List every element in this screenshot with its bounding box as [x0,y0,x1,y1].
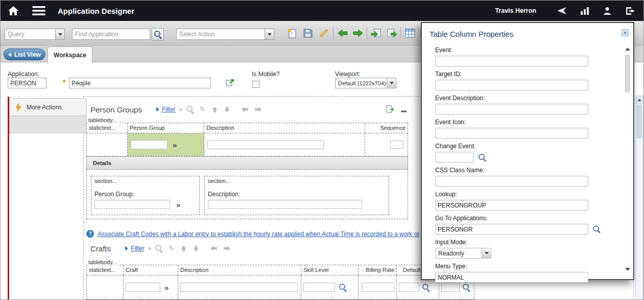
description-cell[interactable] [204,133,365,156]
lookup-icon[interactable] [593,225,601,234]
skill-level-cell[interactable] [301,275,359,299]
scrollbar-thumb[interactable] [625,55,630,93]
dialog-scrollbar[interactable] [624,48,631,271]
event-description-input[interactable] [435,104,588,114]
scrollbar-thumb[interactable] [637,105,642,138]
person-group-detail-input[interactable] [94,200,170,209]
send-button[interactable] [557,7,567,15]
input-mode-select[interactable]: Readonly [435,248,491,259]
billing-rate-cell[interactable] [359,275,397,299]
billing-rate-input[interactable] [362,283,394,292]
sequence-cell[interactable] [365,133,408,156]
application-input[interactable] [8,78,46,88]
find-application-search-button[interactable] [152,28,164,40]
lookup-input[interactable] [435,200,588,211]
close-button[interactable]: × [622,29,629,36]
table-search-button[interactable] [186,106,194,113]
statictext-cell[interactable] [87,275,124,299]
lookup-icon[interactable] [422,284,430,291]
home-icon[interactable] [8,6,19,16]
extra-input[interactable] [441,283,460,292]
scroll-up-button[interactable] [625,48,630,51]
input-mode-dropdown-button[interactable] [482,248,491,258]
description-input[interactable] [207,140,324,149]
craft-cell[interactable]: » [124,275,178,299]
import-application-button[interactable] [370,27,383,40]
lookup-icon[interactable] [479,154,486,161]
scroll-up-button[interactable] [636,96,643,104]
description-cell[interactable] [178,275,301,299]
table-edit-button[interactable]: ✎ [199,106,206,113]
associate-craft-codes-link[interactable]: Associate Craft Codes with a Labor entry… [98,230,419,238]
description-detail-input[interactable] [208,200,362,209]
person-groups-table[interactable]: statictext... Person Group Description S… [86,123,408,156]
detail-menu-button[interactable] [226,78,235,89]
next-page-button[interactable] [254,106,262,112]
target-id-input[interactable] [435,80,588,90]
select-value-icon[interactable]: » [164,283,169,292]
crafts-filter-link[interactable]: Filter [131,245,145,252]
skill-level-input[interactable] [303,283,335,292]
reports-button[interactable] [580,7,589,15]
section-person-group[interactable]: section... Person Group: » [91,176,200,215]
minimize-button[interactable] [400,107,407,112]
filter-toggle-icon[interactable] [156,107,159,111]
previous-record-button[interactable] [336,27,349,40]
viewport-dropdown-button[interactable] [387,78,396,88]
previous-page-button[interactable] [241,106,249,112]
next-record-button[interactable] [351,27,365,40]
export-application-button[interactable] [385,27,398,40]
details-section-bar[interactable]: Details [86,156,408,170]
select-action-dropdown-button[interactable] [265,29,274,39]
person-groups-filter-link[interactable]: Filter [162,106,176,113]
sign-out-button[interactable] [625,7,635,15]
is-mobile-checkbox[interactable] [252,81,259,88]
viewport-combobox[interactable]: Default (1222x704) [335,78,396,88]
new-record-button[interactable] [285,27,299,40]
table-edit-button[interactable]: ✎ [168,245,175,252]
section-description[interactable]: section... Description: [204,176,389,215]
person-group-cell-selected[interactable]: » [128,133,204,156]
css-class-name-input[interactable] [435,176,588,187]
craft-description-input[interactable] [180,283,298,292]
menu-type-input[interactable] [435,272,588,283]
query-combobox[interactable]: Query [5,29,65,40]
sequence-input[interactable] [390,141,403,149]
move-down-button[interactable] [224,106,230,113]
download-button[interactable] [386,105,395,113]
event-input[interactable] [435,56,588,66]
main-scrollbar[interactable] [635,96,643,300]
table-search-button[interactable] [155,245,162,252]
previous-page-button[interactable] [210,245,218,251]
clear-changes-button[interactable] [317,27,330,40]
application-description-input[interactable] [69,78,211,88]
menu-icon[interactable] [32,6,45,15]
move-up-button[interactable] [211,106,218,113]
tab-list-view[interactable]: List View [4,49,45,60]
craft-input[interactable] [126,283,160,292]
scroll-down-button[interactable] [625,268,630,271]
lookup-icon[interactable] [339,284,346,291]
query-dropdown-button[interactable] [55,29,64,39]
tab-workspace[interactable]: Workspace [47,47,92,63]
select-value-icon[interactable]: » [176,200,180,209]
control-palette-button[interactable] [403,27,417,40]
more-actions-button[interactable]: More Actions [9,98,87,116]
lookup-icon[interactable] [463,284,470,291]
profile-button[interactable] [603,6,612,15]
select-action-combobox[interactable]: Select Action [176,29,274,40]
change-event-input[interactable] [435,152,474,163]
default-input[interactable] [399,283,419,292]
person-group-input[interactable] [131,140,168,149]
save-button[interactable] [301,27,315,40]
move-down-button[interactable] [193,245,199,252]
next-page-button[interactable] [223,245,231,251]
crafts-table[interactable]: statictext... Craft Description Skill Le… [86,265,474,299]
go-to-applications-input[interactable] [435,224,588,235]
select-value-icon[interactable]: » [173,141,177,149]
filter-toggle-icon[interactable] [125,246,128,250]
user-name[interactable]: Travis Herron [495,7,536,14]
find-application-input[interactable] [72,29,150,40]
event-icon-input[interactable] [435,128,588,139]
move-up-button[interactable] [180,245,187,252]
